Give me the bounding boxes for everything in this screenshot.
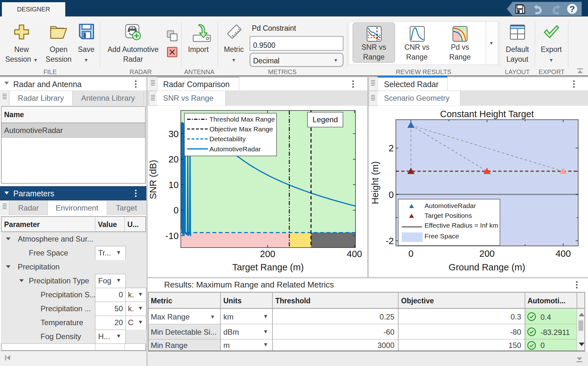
svg-text:SNR (dB): SNR (dB) xyxy=(148,160,158,199)
svg-text:400: 400 xyxy=(555,249,571,259)
svg-text:Height (m): Height (m) xyxy=(370,161,380,204)
svg-text:Legend: Legend xyxy=(312,115,338,124)
svg-text:Effective Radius = Inf km: Effective Radius = Inf km xyxy=(425,222,498,229)
svg-text:0: 0 xyxy=(408,249,413,259)
svg-text:2: 2 xyxy=(389,143,394,153)
svg-text:Threshold Max Range: Threshold Max Range xyxy=(209,116,275,123)
svg-text:0: 0 xyxy=(174,205,179,215)
svg-text:Constant Height Target: Constant Height Target xyxy=(440,109,534,119)
svg-text:?: ? xyxy=(569,4,575,14)
svg-text:400: 400 xyxy=(347,249,362,259)
svg-text:Objective Max Range: Objective Max Range xyxy=(209,125,273,133)
svg-text:10: 10 xyxy=(169,180,179,190)
svg-text:Target Positions: Target Positions xyxy=(425,212,472,219)
svg-text:0: 0 xyxy=(389,190,394,200)
svg-text:AutomotiveRadar: AutomotiveRadar xyxy=(425,202,476,209)
svg-text:AutomotiveRadar: AutomotiveRadar xyxy=(209,145,261,153)
svg-text:200: 200 xyxy=(479,249,495,259)
svg-text:20: 20 xyxy=(169,154,179,164)
svg-text:Ground Range (m): Ground Range (m) xyxy=(449,262,525,272)
svg-text:-10: -10 xyxy=(165,231,179,241)
svg-text:200: 200 xyxy=(260,249,275,259)
svg-text:Free Space: Free Space xyxy=(425,232,459,240)
svg-text:Detectability: Detectability xyxy=(209,135,246,142)
svg-text:Target Range (m): Target Range (m) xyxy=(232,262,304,272)
svg-text:30: 30 xyxy=(169,129,179,139)
svg-text:-2: -2 xyxy=(386,236,394,246)
